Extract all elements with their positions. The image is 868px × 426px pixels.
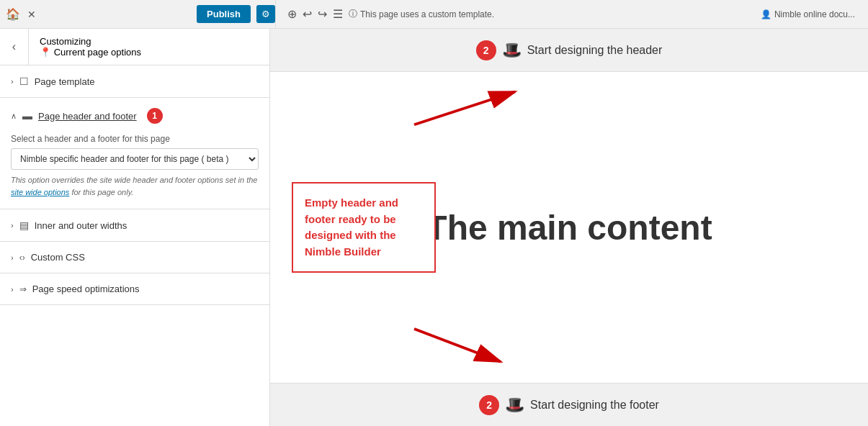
site-wide-options-link[interactable]: site wide options <box>11 188 69 196</box>
template-icon: ☐ <box>19 76 29 87</box>
custom-css-label: Custom CSS <box>31 252 85 263</box>
header-designer-icon: 🎩 <box>502 41 522 60</box>
page-template-label: Page template <box>35 76 95 87</box>
header-footer-select[interactable]: Nimble specific header and footer for th… <box>11 148 259 170</box>
menu-button[interactable]: ☰ <box>333 7 343 21</box>
redo-button[interactable]: ↪ <box>318 7 327 21</box>
select-label: Select a header and a footer for this pa… <box>11 134 259 144</box>
main-content-text: The main content <box>426 208 712 248</box>
inner-outer-label: Inner and outer widths <box>35 220 127 231</box>
page-template-toggle[interactable]: › ☐ Page template <box>0 65 269 97</box>
info-message: ⓘ This page uses a custom template. <box>349 8 494 20</box>
top-bar-left: 🏠 ✕ Publish ⚙ <box>6 0 276 28</box>
header-bar: 2 🎩 Start designing the header <box>270 29 868 72</box>
accordion-custom-css: › ‹› Custom CSS <box>0 242 269 273</box>
footer-designer-icon: 🎩 <box>505 396 524 414</box>
publish-button[interactable]: Publish <box>197 5 251 23</box>
accordion-inner-outer: › ▤ Inner and outer widths <box>0 209 269 242</box>
chevron-up-icon: ∧ <box>11 112 17 121</box>
footer-bar: 2 🎩 Start designing the footer <box>270 383 868 426</box>
undo-button[interactable]: ↩ <box>303 7 312 21</box>
start-designing-header-link[interactable]: Start designing the header <box>527 44 663 57</box>
override-note: This option overrides the site wide head… <box>11 174 259 198</box>
page-speed-toggle[interactable]: › ⇒ Page speed optimizations <box>0 273 269 304</box>
css-icon: ‹› <box>19 253 25 263</box>
user-info: 👤 Nimble online docu... <box>761 9 855 19</box>
chevron-icon-3: › <box>11 253 14 262</box>
header-footer-body: Select a header and a footer for this pa… <box>0 134 269 209</box>
top-bar: 🏠 ✕ Publish ⚙ ⊕ ↩ ↪ ☰ ⓘ This page uses a… <box>0 0 868 29</box>
header-footer-badge: 1 <box>147 108 163 124</box>
callout-box: Empty header and footer ready to be desi… <box>292 182 436 273</box>
customizing-label: Customizing <box>40 36 259 47</box>
header-badge: 2 <box>476 40 496 60</box>
close-button[interactable]: ✕ <box>27 9 36 20</box>
add-icon[interactable]: ⊕ <box>287 7 297 21</box>
page-speed-label: Page speed optimizations <box>32 284 140 294</box>
chevron-icon-4: › <box>11 285 14 294</box>
content-area: 2 🎩 Start designing the header Empty hea… <box>270 29 868 426</box>
widths-icon: ▤ <box>19 219 29 231</box>
header-footer-icon: ▬ <box>22 110 32 122</box>
info-icon: ⓘ <box>349 8 357 20</box>
header-footer-label: Page header and footer <box>38 111 137 122</box>
accordion-page-template: › ☐ Page template <box>0 65 269 98</box>
accordion-page-speed: › ⇒ Page speed optimizations <box>0 273 269 305</box>
pin-icon: 📍 <box>40 47 51 58</box>
header-footer-toggle[interactable]: ∧ ▬ Page header and footer 1 <box>0 98 269 134</box>
page-title: 📍 Current page options <box>40 47 259 58</box>
footer-badge: 2 <box>479 395 499 415</box>
main-layout: ‹ Customizing 📍 Current page options › ☐… <box>0 29 868 426</box>
sidebar: ‹ Customizing 📍 Current page options › ☐… <box>0 29 270 426</box>
chevron-icon: › <box>11 77 14 86</box>
chevron-icon-2: › <box>11 221 14 230</box>
sidebar-header-row: ‹ Customizing 📍 Current page options <box>0 29 269 65</box>
home-button[interactable]: 🏠 <box>6 7 20 21</box>
custom-css-toggle[interactable]: › ‹› Custom CSS <box>0 242 269 273</box>
speed-icon: ⇒ <box>19 284 27 294</box>
main-content-area: Empty header and footer ready to be desi… <box>270 72 868 383</box>
gear-button[interactable]: ⚙ <box>256 5 275 23</box>
top-bar-right: ⊕ ↩ ↪ ☰ ⓘ This page uses a custom templa… <box>280 7 862 21</box>
user-icon: 👤 <box>761 9 771 19</box>
back-button[interactable]: ‹ <box>0 29 29 65</box>
inner-outer-toggle[interactable]: › ▤ Inner and outer widths <box>0 209 269 241</box>
accordion-header-footer: ∧ ▬ Page header and footer 1 Select a he… <box>0 98 269 209</box>
start-designing-footer-link[interactable]: Start designing the footer <box>530 399 659 412</box>
sidebar-header: Customizing 📍 Current page options <box>29 29 269 65</box>
callout-text: Empty header and footer ready to be desi… <box>305 195 423 260</box>
